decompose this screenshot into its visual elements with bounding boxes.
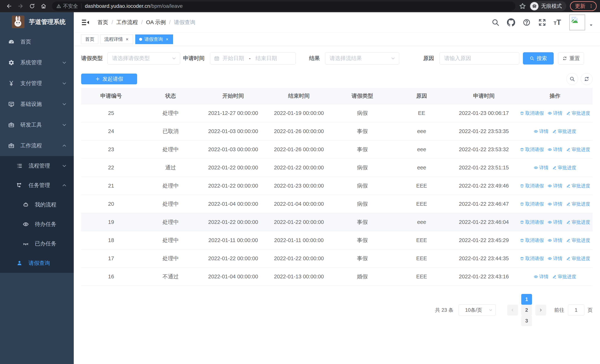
browser-home-button[interactable] (39, 2, 48, 10)
tab-首页[interactable]: 首页 (81, 35, 98, 44)
action-detail-link[interactable]: 详情 (548, 237, 562, 243)
column-header: 开始时间 (200, 88, 266, 104)
browser-back-button[interactable] (5, 2, 13, 10)
action-progress-link[interactable]: 审批进度 (566, 219, 590, 225)
page-button-1[interactable]: 1 (521, 294, 532, 305)
action-detail-link[interactable]: 详情 (548, 146, 562, 152)
cell: 2022-01-04 00:00:00 (266, 195, 332, 213)
action-label: 审批进度 (572, 201, 590, 207)
help-icon[interactable] (523, 18, 531, 27)
toggle-search-button[interactable] (566, 73, 578, 85)
sidebar-item-系统管理[interactable]: 系统管理 (0, 52, 74, 73)
sidebar-item-我的流程[interactable]: 我的流程 (0, 195, 74, 215)
table-row: 23处理中2022-01-03 00:00:002022-01-26 00:00… (81, 140, 593, 159)
sidebar-item-基础设施[interactable]: 基础设施 (0, 94, 74, 114)
tab-流程详情[interactable]: 流程详情 (100, 35, 133, 44)
sidebar-item-工作流程[interactable]: 工作流程 (0, 135, 74, 156)
page-size-select[interactable]: 10条/页 (459, 304, 496, 316)
action-detail-link[interactable]: 详情 (548, 219, 562, 225)
reason-input[interactable]: 请输入原因 (440, 52, 519, 65)
bookmark-star-icon[interactable] (519, 2, 526, 10)
action-progress-link[interactable]: 审批进度 (566, 237, 590, 243)
cell: 2022-01-22 23:46:04 (450, 213, 517, 231)
action-detail-link[interactable]: 详情 (534, 165, 548, 171)
breadcrumb-item[interactable]: 首页 (97, 19, 108, 26)
browser-forward-button[interactable] (16, 2, 25, 10)
tab-请假查询[interactable]: 请假查询 (135, 35, 173, 44)
tab-close-icon[interactable] (165, 37, 169, 41)
action-progress-link[interactable]: 审批进度 (566, 110, 590, 116)
action-label: 取消请假 (525, 201, 544, 207)
font-size-icon[interactable]: TT (554, 18, 561, 27)
sidebar-item-研发工具[interactable]: 研发工具 (0, 114, 74, 135)
header-search-icon[interactable] (491, 18, 500, 27)
action-progress-link[interactable]: 审批进度 (566, 255, 590, 261)
leave-type-select[interactable]: 请选择请假类型 (107, 52, 180, 65)
browser-menu-icon[interactable] (589, 4, 593, 9)
sidebar-item-首页[interactable]: 首页 (0, 31, 74, 52)
search-button[interactable]: 搜索 (523, 52, 554, 65)
refresh-table-button[interactable] (581, 73, 593, 85)
action-detail-link[interactable]: 详情 (548, 110, 562, 116)
cell: 2022-01-22 00:00:00 (266, 250, 332, 267)
cell: 事假 (332, 122, 393, 140)
action-label: 取消请假 (525, 183, 544, 189)
browser-update-button[interactable]: 更新 (570, 1, 597, 11)
sidebar-item-已办任务[interactable]: 已办任务 (0, 234, 74, 253)
action-detail-link[interactable]: 详情 (548, 255, 562, 261)
action-progress-link[interactable]: 审批进度 (566, 146, 590, 152)
chevron-up-icon (62, 183, 67, 188)
action-progress-link[interactable]: 审批进度 (552, 165, 576, 171)
action-cancel-link[interactable]: 取消请假 (520, 219, 544, 225)
action-cancel-link[interactable]: 取消请假 (520, 146, 544, 152)
breadcrumb-item[interactable]: 工作流程 (116, 19, 138, 26)
github-icon[interactable] (507, 18, 515, 27)
action-cancel-link[interactable]: 取消请假 (520, 183, 544, 189)
reset-button[interactable]: 重置 (558, 52, 584, 65)
cell: 处理中 (141, 177, 200, 195)
user-menu-caret-icon[interactable] (589, 23, 593, 28)
action-label: 审批进度 (572, 183, 590, 189)
prev-page-button[interactable] (507, 305, 518, 316)
chevron-down-icon (62, 60, 67, 65)
action-cancel-link[interactable]: 取消请假 (520, 237, 544, 243)
sidebar-item-请假查询[interactable]: 请假查询 (0, 253, 74, 273)
sidebar-item-label: 任务管理 (28, 182, 50, 189)
action-detail-link[interactable]: 详情 (534, 274, 548, 280)
address-bar[interactable]: 不安全 dashboard.yudao.iocoder.cn/bpm/oa/le… (52, 1, 516, 11)
sidebar-item-待办任务[interactable]: 待办任务 (0, 215, 74, 234)
breadcrumb-item[interactable]: OA 示例 (146, 19, 166, 26)
action-cancel-link[interactable]: 取消请假 (520, 201, 544, 207)
create-leave-button[interactable]: 发起请假 (81, 74, 137, 84)
action-detail-link[interactable]: 详情 (534, 128, 548, 134)
next-page-button[interactable] (535, 305, 546, 316)
sidebar-item-支付管理[interactable]: 支付管理 (0, 73, 74, 94)
user-avatar[interactable] (569, 14, 585, 30)
tab-close-icon[interactable] (125, 37, 129, 41)
action-cancel-link[interactable]: 取消请假 (520, 110, 544, 116)
action-progress-link[interactable]: 审批进度 (552, 274, 576, 280)
result-select[interactable]: 请选择流结果 (325, 52, 399, 65)
sidebar-fold-button[interactable] (81, 18, 90, 27)
sidebar-item-任务管理[interactable]: 任务管理 (0, 176, 74, 195)
action-detail-link[interactable]: 详情 (548, 201, 562, 207)
action-progress-link[interactable]: 审批进度 (552, 128, 576, 134)
browser-reload-button[interactable] (28, 2, 36, 10)
goto-page-input[interactable] (568, 305, 584, 316)
action-cancel-link[interactable]: 取消请假 (520, 255, 544, 261)
security-warning-icon (56, 4, 61, 9)
sidebar-item-流程管理[interactable]: 流程管理 (0, 156, 74, 176)
page-button-2[interactable]: 2 (521, 305, 532, 316)
search-icon (530, 56, 534, 61)
action-label: 详情 (539, 274, 548, 280)
page-button-3[interactable]: 3 (521, 316, 532, 326)
dashboard-icon (8, 39, 14, 45)
apply-time-range-picker[interactable]: 开始日期 - 结束日期 (210, 52, 296, 65)
fullscreen-icon[interactable] (538, 18, 546, 27)
chevron-left-icon (510, 308, 515, 312)
action-progress-link[interactable]: 审批进度 (566, 201, 590, 207)
action-label: 详情 (553, 183, 562, 189)
breadcrumb-separator: / (141, 19, 143, 25)
action-detail-link[interactable]: 详情 (548, 183, 562, 189)
action-progress-link[interactable]: 审批进度 (566, 183, 590, 189)
